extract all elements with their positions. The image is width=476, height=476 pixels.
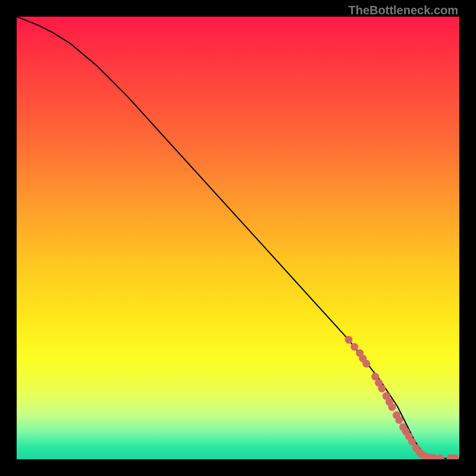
curve-markers (345, 336, 459, 459)
marker-dot (350, 343, 358, 351)
marker-dot (437, 455, 444, 459)
marker-dot (395, 416, 403, 424)
marker-dot (388, 403, 396, 411)
watermark-text: TheBottleneck.com (349, 4, 458, 17)
chart-frame: TheBottleneck.com (0, 0, 476, 476)
chart-svg (17, 17, 459, 459)
marker-dot (345, 336, 353, 344)
bottleneck-curve (17, 17, 459, 459)
marker-dot (362, 360, 370, 368)
marker-dot (378, 385, 386, 393)
plot-area (17, 17, 459, 459)
